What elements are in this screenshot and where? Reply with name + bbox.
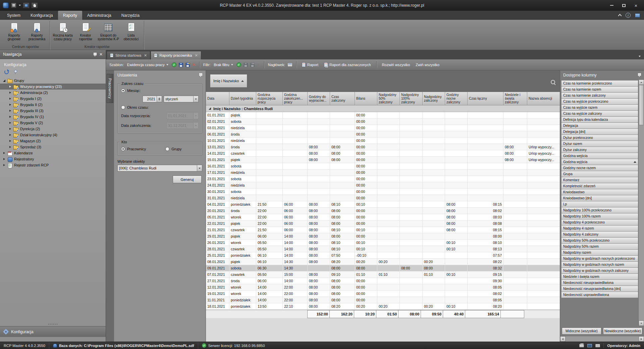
available-column-item[interactable]: Dyżur razem	[561, 141, 638, 147]
table-row[interactable]: 06.01.2021środa00:00	[206, 131, 560, 138]
tree-item[interactable]: Grupy	[0, 78, 106, 84]
expand-icon[interactable]	[9, 140, 12, 143]
report-selected-button[interactable]: Raport dla zaznaczonych	[322, 61, 373, 68]
tree-item[interactable]: Brygada IV (1)	[0, 114, 106, 120]
apply-filter-icon[interactable]: ✓	[236, 62, 241, 67]
expand-icon[interactable]	[9, 85, 12, 88]
close-tab-icon[interactable]: ✕	[144, 53, 147, 58]
column-header[interactable]: Dzień tygodnia	[229, 92, 256, 105]
selected-objects-select[interactable]: [006]: Chambless Rudi	[117, 165, 202, 171]
table-row[interactable]: 12.01.2021wtorek14:0022:0008:0008:0000:0…	[206, 284, 560, 291]
table-row[interactable]: 01.01.2021piątek00:00	[206, 112, 560, 118]
available-column-item[interactable]: Nadgodziny w godzinach nocnych razem	[561, 261, 638, 268]
scroll-up-icon[interactable]	[639, 80, 644, 85]
menu-tab-3[interactable]: Raporty	[58, 11, 82, 20]
tree-item[interactable]: Wszyscy pracownicy (23)	[0, 84, 106, 90]
spinner-buttons[interactable]	[157, 96, 162, 102]
tree-item[interactable]: Brygada II (2)	[0, 102, 106, 108]
tab-strona-startowa[interactable]: Strona startowa ✕	[107, 51, 150, 59]
available-column-item[interactable]: Czas na wyjście zaliczony	[561, 110, 638, 117]
hidden-all-button[interactable]: Niewidoczne (wszystkie)	[603, 328, 643, 335]
available-column-item[interactable]: Godziny nocne razem	[561, 165, 638, 171]
collapse-icon[interactable]	[3, 79, 6, 82]
lista-obecnosci-button[interactable]: ✓✓ Lista obecności	[120, 21, 142, 44]
expand-icon[interactable]	[3, 164, 6, 167]
table-row[interactable]: 09.01.2021sobota06:3014:3008:0008:0008:0…	[206, 265, 560, 271]
home-button[interactable]	[32, 3, 38, 8]
available-column-item[interactable]: Nadgodziny w godzinach nocnych przekrocz…	[561, 255, 638, 262]
column-header[interactable]: Data	[206, 92, 229, 105]
page-header-icon[interactable]	[287, 63, 292, 67]
close-button[interactable]: ×	[630, 1, 642, 10]
maximize-button[interactable]	[618, 1, 630, 10]
expand-all-button[interactable]: Rozwiń wszystko	[380, 62, 412, 68]
pin-icon[interactable]	[93, 52, 97, 57]
table-row[interactable]: 24.01.2021niedziela00:00	[206, 182, 560, 189]
tree-item[interactable]: Sprzedaż (3)	[0, 144, 106, 150]
scrollbar-thumb[interactable]	[639, 85, 644, 125]
tree-item[interactable]: Brygada I (2)	[0, 96, 106, 102]
menu-tab-2[interactable]: Konfiguracja	[25, 11, 58, 20]
available-column-item[interactable]: Grupa	[561, 171, 638, 177]
expand-icon[interactable]	[9, 128, 12, 131]
available-column-item[interactable]: Krwiodawstwo [dni]	[561, 195, 638, 201]
available-column-item[interactable]: Krwiodawstwo	[561, 189, 638, 195]
table-row[interactable]: 08.01.2021piątek06:1014:3008:0008:2000:2…	[206, 259, 560, 265]
tree-item[interactable]: Administracja (2)	[0, 90, 106, 96]
table-row[interactable]: 26.01.2021wtorek05:5014:0008:0008:1000:1…	[206, 240, 560, 246]
table-row[interactable]: 28.01.2021czwartek05:5014:0008:0008:1000…	[206, 246, 560, 252]
layout-panel-icon[interactable]	[635, 13, 640, 17]
column-header[interactable]: Czas zaliczony	[330, 92, 355, 105]
available-column-item[interactable]: Czas na karmienie przekroczono	[561, 80, 638, 87]
available-column-item[interactable]: Nadgodziny 50% przekroczono	[561, 237, 638, 244]
groups-radio[interactable]	[165, 147, 169, 151]
available-column-item[interactable]: Nadgodziny 100% przekroczono	[561, 207, 638, 213]
available-column-item[interactable]: Nadgodziny 4 zaliczony	[561, 231, 638, 238]
quick-access-button-icon[interactable]	[11, 3, 16, 8]
table-row[interactable]: 25.01.2021poniedziałek06:1014:0008:0007:…	[206, 252, 560, 259]
column-header[interactable]: Godzina zakończen... pracy	[283, 92, 308, 105]
tree-item[interactable]: Rejestr zdarzeń RCP	[0, 162, 106, 168]
refresh-icon[interactable]	[4, 70, 9, 74]
available-column-item[interactable]: Czas na karmienie razem	[561, 86, 638, 93]
table-row[interactable]: 29.01.2021piątek06:0014:0008:0008:0000:0…	[206, 233, 560, 240]
windows-switch-button[interactable]	[23, 3, 29, 8]
available-column-item[interactable]: Czas na karmienie zaliczony	[561, 92, 638, 99]
filter-dropdown[interactable]: Brak filtru	[213, 62, 234, 67]
kreator-raportow-button[interactable]: Kreator raportów	[74, 21, 97, 44]
visible-all-button[interactable]: Widoczne (wszystkie)	[562, 328, 601, 335]
available-column-item[interactable]: Kompletność zdarzeń	[561, 183, 638, 189]
table-row[interactable]: 02.01.2021sobota00:00	[206, 118, 560, 125]
dropdown-button[interactable]	[197, 165, 202, 171]
printer-icon[interactable]	[579, 344, 584, 347]
column-header[interactable]: Godziny do wypracow...	[308, 92, 330, 105]
template-dropdown[interactable]: Ewidencja czasu pracy	[126, 62, 169, 67]
available-column-item[interactable]: Dyżur zaliczony	[561, 147, 638, 153]
pin-icon[interactable]	[638, 73, 641, 77]
report-button[interactable]: Raport	[300, 61, 320, 68]
available-column-item[interactable]: Komentarz	[561, 177, 638, 183]
table-row[interactable]: 03.01.2021niedziela00:00	[206, 125, 560, 131]
search-button[interactable]	[551, 80, 556, 86]
column-header[interactable]: Niedziele i święta zaliczony	[503, 92, 527, 105]
save-template-as-icon[interactable]	[185, 63, 190, 67]
available-column-item[interactable]: Niedziele i święta razem	[561, 273, 638, 280]
available-column-item[interactable]: Delegacja [dni]	[561, 129, 638, 135]
table-row[interactable]: 15.01.2021piątek08:0008:0000:0008:00Urlo…	[206, 157, 560, 163]
quick-access-dropdown-icon[interactable]	[19, 5, 21, 6]
table-row[interactable]: 20.01.2021środa22:0006:0008:0008:0000:00…	[206, 208, 560, 214]
table-row[interactable]: 22.01.2021piątek22:0006:0008:0008:0000:0…	[206, 220, 560, 227]
expand-icon[interactable]	[9, 91, 12, 94]
table-row[interactable]: 13.01.2021środa08:0008:0000:0008:00Urlop…	[206, 144, 560, 150]
tree-item[interactable]: Brygada V (2)	[0, 120, 106, 126]
table-row[interactable]: 31.01.2021niedziela00:00	[206, 195, 560, 201]
table-row[interactable]: 10.01.2021niedziela00:00	[206, 138, 560, 144]
available-column-item[interactable]: Lp	[561, 201, 638, 207]
collapse-all-button[interactable]: Zwiń wszystko	[414, 62, 441, 68]
table-row[interactable]: 04.01.2021poniedziałek21:5006:0008:0008:…	[206, 201, 560, 208]
table-row[interactable]: 17.01.2021niedziela00:00	[206, 169, 560, 176]
employees-radio[interactable]	[121, 147, 125, 151]
collapse-group-icon[interactable]	[209, 107, 211, 110]
available-column-item[interactable]: Dyżur przekroczono	[561, 135, 638, 141]
group-row[interactable]: Imię i Nazwisko : Chambless Rudi	[206, 105, 560, 112]
